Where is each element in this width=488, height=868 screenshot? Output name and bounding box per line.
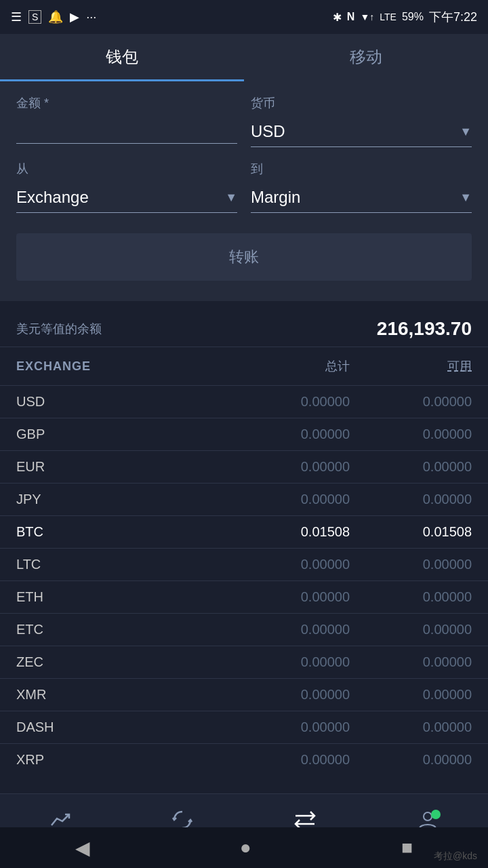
from-group: 从 Exchange ▼ <box>16 161 237 213</box>
table-row: ETH 0.00000 0.00000 <box>0 580 488 613</box>
balance-value: 216,193.70 <box>377 318 472 340</box>
total-value: 0.00000 <box>214 654 350 670</box>
currency-symbol: LTC <box>16 557 214 572</box>
balance-section: 美元等值的余额 216,193.70 <box>0 302 488 347</box>
exchange-section: EXCHANGE 总计 可用 USD 0.00000 0.00000 GBP 0… <box>0 347 488 776</box>
online-dot <box>431 810 441 819</box>
table-row: DASH 0.00000 0.00000 <box>0 711 488 743</box>
available-value: 0.01508 <box>350 524 472 540</box>
battery-label: 59% <box>402 11 424 23</box>
status-bar: ☰ S 🔔 ▶ ··· ✱ N ▼↑ LTE 59% 下午7:22 <box>0 0 488 34</box>
table-row: ETC 0.00000 0.00000 <box>0 613 488 646</box>
currency-symbol: XMR <box>16 687 214 703</box>
table-row: XMR 0.00000 0.00000 <box>0 678 488 711</box>
status-right-info: ✱ N ▼↑ LTE 59% 下午7:22 <box>333 9 477 25</box>
play-icon: ▶ <box>70 9 79 24</box>
table-row: USD 0.00000 0.00000 <box>0 385 488 418</box>
svg-point-0 <box>424 812 432 821</box>
recent-button[interactable]: ■ <box>401 837 413 859</box>
to-value: Margin <box>251 188 300 207</box>
exchange-header: EXCHANGE 总计 可用 <box>0 347 488 385</box>
total-value: 0.00000 <box>214 459 350 475</box>
from-value: Exchange <box>16 188 89 207</box>
to-dropdown-arrow: ▼ <box>460 191 472 205</box>
available-value: 0.00000 <box>350 687 472 703</box>
total-value: 0.00000 <box>214 557 350 572</box>
status-left-icons: ☰ S 🔔 ▶ ··· <box>11 9 96 24</box>
currency-symbol: ETC <box>16 622 214 637</box>
currency-symbol: JPY <box>16 492 214 507</box>
time-label: 下午7:22 <box>429 9 477 25</box>
available-value: 0.00000 <box>350 427 472 442</box>
available-value: 0.00000 <box>350 557 472 572</box>
total-value: 0.00000 <box>214 719 350 735</box>
table-row: BTC 0.01508 0.01508 <box>0 515 488 548</box>
table-row: XRP 0.00000 0.00000 <box>0 743 488 776</box>
main-tab-bar: 钱包 移动 <box>0 34 488 81</box>
currency-symbol: DASH <box>16 719 214 735</box>
col-total-header: 总计 <box>214 358 350 374</box>
transfer-form: 金额 * 货币 USD ▼ 从 Exchange ▼ <box>0 81 488 302</box>
currency-symbol: ETH <box>16 589 214 605</box>
to-select[interactable]: Margin ▼ <box>251 182 472 213</box>
currency-select[interactable]: USD ▼ <box>251 117 472 147</box>
transfer-button[interactable]: 转账 <box>16 233 472 281</box>
currency-symbol: BTC <box>16 524 214 540</box>
bell-icon: 🔔 <box>48 9 63 24</box>
available-value: 0.00000 <box>350 719 472 735</box>
available-value: 0.00000 <box>350 394 472 410</box>
back-button[interactable]: ◀ <box>75 837 90 859</box>
system-nav-bar: ◀ ● ■ 考拉@kds <box>0 827 488 868</box>
lte-label: LTE <box>380 12 396 22</box>
form-row-1: 金额 * 货币 USD ▼ <box>16 95 472 147</box>
tab-mobile[interactable]: 移动 <box>244 34 488 81</box>
currency-symbol: ZEC <box>16 654 214 670</box>
currency-symbol: USD <box>16 394 214 410</box>
available-value: 0.00000 <box>350 589 472 605</box>
total-value: 0.00000 <box>214 687 350 703</box>
total-value: 0.01508 <box>214 524 350 540</box>
home-button[interactable]: ● <box>240 837 251 859</box>
total-value: 0.00000 <box>214 589 350 605</box>
balance-label: 美元等值的余额 <box>16 321 102 337</box>
col-available-header: 可用 <box>350 358 472 374</box>
available-value: 0.00000 <box>350 492 472 507</box>
s-icon: S <box>28 10 41 24</box>
currency-value: USD <box>251 122 285 141</box>
currency-group: 货币 USD ▼ <box>251 95 472 147</box>
table-row: LTC 0.00000 0.00000 <box>0 548 488 580</box>
from-label: 从 <box>16 161 237 177</box>
from-dropdown-arrow: ▼ <box>225 191 237 205</box>
currency-label: 货币 <box>251 95 472 111</box>
signal-icon: ▼↑ <box>360 12 374 22</box>
available-value: 0.00000 <box>350 622 472 637</box>
available-value: 0.00000 <box>350 752 472 768</box>
table-row: ZEC 0.00000 0.00000 <box>0 646 488 678</box>
exchange-rows-container: USD 0.00000 0.00000 GBP 0.00000 0.00000 … <box>0 385 488 776</box>
table-row: EUR 0.00000 0.00000 <box>0 450 488 483</box>
nfc-icon: N <box>347 11 355 23</box>
exchange-section-title: EXCHANGE <box>16 359 214 374</box>
total-value: 0.00000 <box>214 622 350 637</box>
currency-symbol: EUR <box>16 459 214 475</box>
currency-dropdown-arrow: ▼ <box>460 125 472 139</box>
menu-icon: ☰ <box>11 9 22 24</box>
total-value: 0.00000 <box>214 492 350 507</box>
to-group: 到 Margin ▼ <box>251 161 472 213</box>
amount-input[interactable] <box>16 117 237 144</box>
total-value: 0.00000 <box>214 752 350 768</box>
form-row-2: 从 Exchange ▼ 到 Margin ▼ <box>16 161 472 213</box>
to-label: 到 <box>251 161 472 177</box>
currency-symbol: GBP <box>16 427 214 442</box>
table-row: GBP 0.00000 0.00000 <box>0 418 488 450</box>
table-row: JPY 0.00000 0.00000 <box>0 483 488 515</box>
available-value: 0.00000 <box>350 459 472 475</box>
amount-label: 金额 * <box>16 95 237 111</box>
more-icon: ··· <box>86 10 96 24</box>
total-value: 0.00000 <box>214 394 350 410</box>
amount-group: 金额 * <box>16 95 237 147</box>
total-value: 0.00000 <box>214 427 350 442</box>
tab-wallet[interactable]: 钱包 <box>0 34 244 81</box>
currency-symbol: XRP <box>16 752 214 768</box>
from-select[interactable]: Exchange ▼ <box>16 182 237 213</box>
